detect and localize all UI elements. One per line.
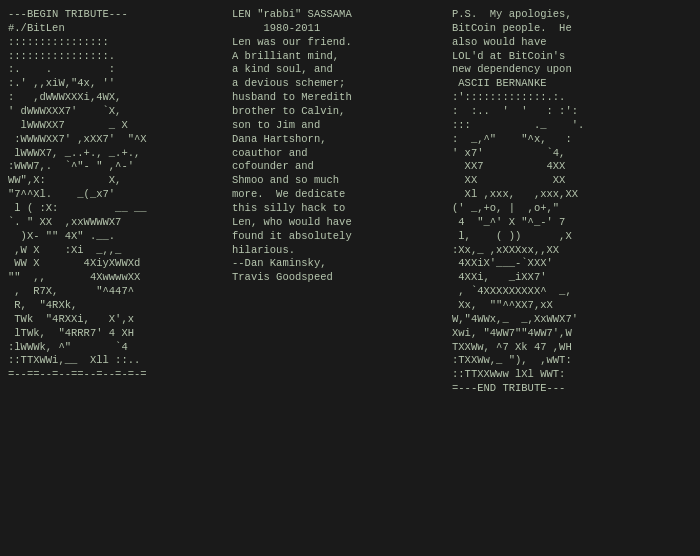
main-container: ---BEGIN TRIBUTE--- #./BitLen ::::::::::… bbox=[0, 0, 700, 556]
right-column: P.S. My apologies, BitCoin people. He al… bbox=[446, 8, 686, 548]
left-column: ---BEGIN TRIBUTE--- #./BitLen ::::::::::… bbox=[6, 8, 226, 548]
center-column: LEN "rabbi" SASSAMA 1980-2011 Len was ou… bbox=[226, 8, 446, 548]
